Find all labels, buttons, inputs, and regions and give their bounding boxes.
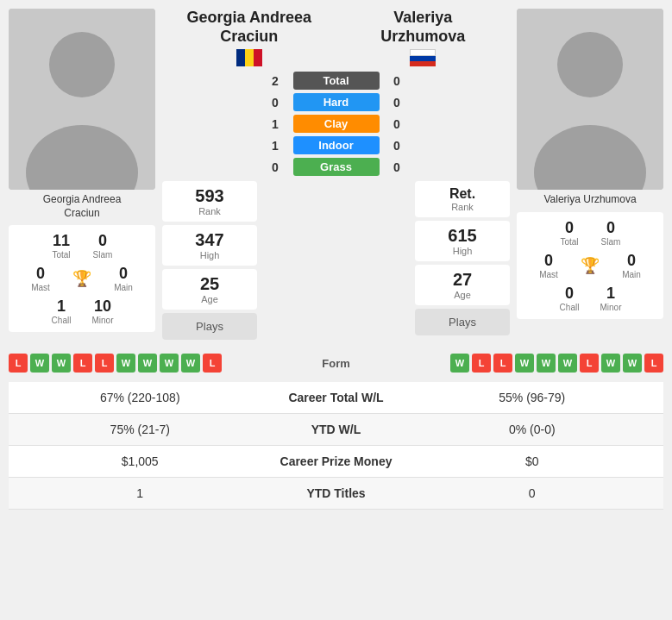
surface-clay-btn: Clay bbox=[293, 115, 380, 133]
ytd-titles-row: 1 YTD Titles 0 bbox=[9, 478, 663, 510]
career-wl-label: Career Total W/L bbox=[259, 391, 414, 404]
form-badge-p1: L bbox=[95, 354, 114, 373]
form-badge-p1: W bbox=[181, 354, 200, 373]
player2-age-card: 27 Age bbox=[415, 265, 510, 305]
form-row: LWWLLWWWWL Form WLLWWWLWWL bbox=[9, 354, 663, 373]
surface-indoor-line: 1 Indoor 0 bbox=[162, 136, 510, 154]
player2-minor: 1 Minor bbox=[593, 285, 628, 312]
player2-rank-label: Rank bbox=[418, 202, 506, 212]
player1-full-name: Georgia Andreea Craciun bbox=[162, 9, 336, 46]
player1-center-stats: 593 Rank 347 High 25 Age Plays bbox=[162, 181, 257, 340]
player1-minor: 10 Minor bbox=[85, 297, 120, 325]
player2-plays-label: Plays bbox=[449, 316, 476, 329]
player2-prize: $0 bbox=[414, 454, 651, 468]
player2-area: Valeriya Urzhumova 0 Total 0 Slam 0 bbox=[517, 9, 663, 340]
player2-total: 0 Total bbox=[552, 219, 587, 247]
player2-plays-card: Plays bbox=[415, 309, 510, 335]
player2-rank-card: Ret. Rank bbox=[415, 181, 510, 217]
player1-name-box: Georgia Andreea Craciun bbox=[162, 9, 336, 66]
player1-flag bbox=[236, 49, 262, 66]
ytd-wl-label: YTD W/L bbox=[259, 423, 414, 436]
player2-center-stats: Ret. Rank 615 High 27 Age Plays bbox=[415, 181, 510, 340]
player1-rank-label: Rank bbox=[166, 206, 254, 216]
player1-career-wl: 67% (220-108) bbox=[22, 391, 259, 404]
player-names-area: Georgia Andreea Craciun Valeriya bbox=[162, 9, 510, 66]
player2-ytd-wl: 0% (0-0) bbox=[414, 423, 651, 436]
form-badge-p1: L bbox=[203, 354, 222, 373]
main-container: Georgia Andreea Craciun 11 Total 0 Slam bbox=[0, 0, 672, 510]
player1-stats-row1: 11 Total 0 Slam bbox=[17, 232, 147, 260]
player1-ytd-wl: 75% (21-7) bbox=[22, 423, 259, 436]
player2-main: 0 Main bbox=[614, 252, 649, 279]
form-badge-p2: L bbox=[493, 354, 512, 373]
player1-mast: 0 Mast bbox=[23, 265, 58, 292]
form-badge-p2: W bbox=[623, 354, 642, 373]
player1-age-label: Age bbox=[166, 294, 254, 304]
player1-photo bbox=[9, 9, 155, 190]
player1-chall: 1 Chall bbox=[44, 297, 79, 325]
bottom-table: 67% (220-108) Career Total W/L 55% (96-7… bbox=[9, 382, 663, 510]
player2-stats-row1: 0 Total 0 Slam bbox=[525, 219, 655, 247]
svg-point-1 bbox=[49, 32, 115, 97]
player2-high-card: 615 High bbox=[415, 221, 510, 261]
player1-high-card: 347 High bbox=[162, 225, 257, 266]
surface-grass-line: 0 Grass 0 bbox=[162, 158, 510, 176]
player2-name-box: Valeriya Urzhumova bbox=[336, 9, 511, 66]
form-label: Form bbox=[293, 357, 380, 370]
player1-age-card: 25 Age bbox=[162, 269, 257, 310]
mid-spacer bbox=[261, 181, 411, 340]
form-badge-p2: W bbox=[537, 354, 556, 373]
player1-rank-value: 593 bbox=[166, 186, 254, 206]
form-badge-p1: L bbox=[73, 354, 92, 373]
player2-form: WLLWWWLWWL bbox=[380, 354, 664, 373]
form-badge-p1: W bbox=[30, 354, 49, 373]
player2-flag-row bbox=[336, 49, 511, 66]
player1-high-value: 347 bbox=[166, 230, 254, 250]
player1-ytd-titles: 1 bbox=[22, 486, 259, 500]
player2-full-name: Valeriya Urzhumova bbox=[336, 9, 511, 46]
surface-clay-line: 1 Clay 0 bbox=[162, 115, 510, 133]
trophy-icon-right: 🏆 bbox=[573, 256, 607, 275]
surface-hard-btn: Hard bbox=[293, 93, 380, 111]
player1-rank-card: 593 Rank bbox=[162, 181, 257, 222]
player1-name-below: Georgia Andreea Craciun bbox=[43, 193, 122, 220]
player2-flag bbox=[410, 49, 436, 66]
player1-main: 0 Main bbox=[106, 265, 141, 292]
player2-name-below: Valeriya Urzhumova bbox=[543, 193, 636, 207]
svg-point-4 bbox=[557, 32, 623, 97]
mid-stats-area: 593 Rank 347 High 25 Age Plays bbox=[162, 181, 510, 340]
player2-age-label: Age bbox=[418, 290, 506, 300]
surface-total-btn: Total bbox=[293, 72, 380, 90]
prize-row: $1,005 Career Prize Money $0 bbox=[9, 446, 663, 478]
form-badge-p2: L bbox=[472, 354, 491, 373]
form-section: LWWLLWWWWL Form WLLWWWLWWL bbox=[0, 348, 672, 378]
player2-career-wl: 55% (96-79) bbox=[414, 391, 651, 404]
player1-age-value: 25 bbox=[166, 274, 254, 294]
surface-hard-line: 0 Hard 0 bbox=[162, 93, 510, 111]
surface-total-line: 2 Total 0 bbox=[162, 72, 510, 90]
ytd-titles-label: YTD Titles bbox=[259, 486, 414, 500]
prize-label: Career Prize Money bbox=[259, 454, 414, 468]
trophy-icon-left: 🏆 bbox=[65, 269, 99, 288]
player2-ytd-titles: 0 bbox=[414, 486, 651, 500]
player2-mast: 0 Mast bbox=[531, 252, 566, 279]
player2-high-value: 615 bbox=[418, 226, 506, 246]
player1-plays-label: Plays bbox=[196, 320, 223, 333]
form-badge-p1: L bbox=[9, 354, 28, 373]
form-badge-p2: L bbox=[580, 354, 599, 373]
player1-stats-row3: 1 Chall 10 Minor bbox=[17, 297, 147, 325]
career-wl-row: 67% (220-108) Career Total W/L 55% (96-7… bbox=[9, 382, 663, 414]
player1-area: Georgia Andreea Craciun 11 Total 0 Slam bbox=[9, 9, 155, 340]
form-badge-p1: W bbox=[116, 354, 135, 373]
form-badge-p2: W bbox=[558, 354, 577, 373]
form-badge-p1: W bbox=[52, 354, 71, 373]
player2-stats-row3: 0 Chall 1 Minor bbox=[525, 285, 655, 312]
form-badge-p2: W bbox=[515, 354, 534, 373]
form-badge-p1: W bbox=[138, 354, 157, 373]
center-column: Georgia Andreea Craciun Valeriya bbox=[162, 9, 510, 340]
surface-area: 2 Total 0 0 Hard 0 1 Clay 0 1 Indoor bbox=[162, 72, 510, 176]
form-badge-p1: W bbox=[160, 354, 179, 373]
player2-high-label: High bbox=[418, 246, 506, 256]
form-badge-p2: L bbox=[644, 354, 663, 373]
player1-form: LWWLLWWWWL bbox=[9, 354, 293, 373]
